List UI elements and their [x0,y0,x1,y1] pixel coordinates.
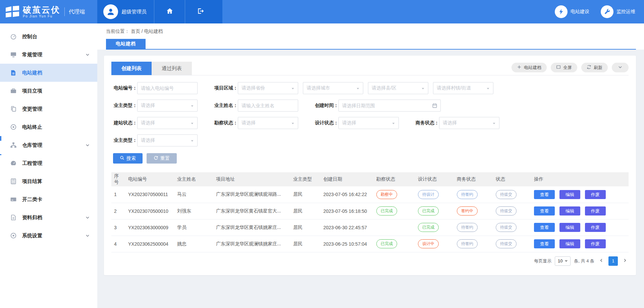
col-created: 创建日期 [321,172,374,186]
chevron-right-icon [623,258,627,264]
refresh-button[interactable]: 刷新 [581,63,608,72]
brand[interactable]: 破茧云伏 Po Jian Yun Fu 代理端 [0,0,97,23]
user-menu[interactable]: 超级管理员 [97,0,154,23]
calendar-icon [432,103,437,108]
caret-down-icon [356,86,360,90]
reset-button[interactable]: 重置 [147,153,177,164]
build-status-select[interactable]: 请选择 [137,117,198,129]
plus-icon [517,65,522,70]
sidebar-item-data-archive[interactable]: 资料归档 [0,208,97,227]
collapse-button[interactable] [612,63,629,72]
town-select[interactable]: 请选择村镇/街道 [433,82,493,94]
page-tab[interactable]: 电站建档 [106,39,146,49]
home-button[interactable] [154,0,185,23]
edit-button[interactable]: 编辑 [559,223,580,232]
caret-down-icon [421,86,425,90]
sidebar-item-warehouse-mgmt[interactable]: 仓库管理 [0,136,97,154]
city-select[interactable]: 请选择城市 [303,82,363,94]
void-button[interactable]: 作废 [585,239,606,248]
sidebar-item-project-settlement[interactable]: 项目结算 [0,172,97,190]
refresh-icon [587,65,591,70]
edit-button[interactable]: 编辑 [559,239,580,248]
void-button[interactable]: 作废 [585,206,606,215]
breadcrumb: 当前位置： 首页 / 电站建档 [106,28,636,35]
fullscreen-icon [556,65,561,70]
scrollbar-indicator[interactable] [0,136,1,141]
sidebar-item-open-type2-card[interactable]: 开二类卡 [0,190,97,208]
edit-button[interactable]: 编辑 [559,190,580,199]
speedometer-icon [10,160,17,167]
logout-button[interactable] [185,0,216,23]
home-icon [166,7,173,16]
survey-status-select[interactable]: 请选择 [238,117,298,129]
sidebar-item-station-filing[interactable]: 电站建档 [0,64,97,82]
next-page-button[interactable] [621,256,629,266]
sidebar-item-label: 系统设置 [22,233,85,239]
filter-row-1: 电站编号： 项目区域： 请选择省份 请选择城市 请选择县/区 请选择村镇/街道 [111,82,629,94]
cell-no: 4 [111,236,125,252]
panel-card: 创建列表 通过列表 电站建档 全屏 刷新 [104,56,636,275]
prev-page-button[interactable] [598,256,605,266]
per-page-value: 10 [558,258,562,263]
owner-type2-select[interactable]: 请选择 [137,134,198,146]
nav-station-build[interactable]: 电站建设 [555,5,589,18]
status-badge: 待提交 [496,239,517,248]
cell-owner: 马云 [174,186,213,203]
breadcrumb-prefix: 当前位置： [106,28,129,34]
col-business: 商务状态 [454,172,493,186]
view-button[interactable]: 查看 [534,190,555,199]
view-button[interactable]: 查看 [534,239,555,248]
void-button[interactable]: 作废 [585,223,606,232]
design-status-select[interactable]: 请选择 [338,117,399,129]
province-select[interactable]: 请选择省份 [238,82,298,94]
col-code: 电站编号 [125,172,174,186]
sidebar-item-label: 变更管理 [22,106,90,112]
chevron-left-icon [599,258,604,264]
county-select[interactable]: 请选择县/区 [368,82,428,94]
pagination: 每页显示 10 条, 共 4 条 1 [111,256,629,266]
void-button[interactable]: 作废 [585,190,606,199]
business-status-select-value: 请选择 [443,120,457,126]
brand-portal-label: 代理端 [64,7,85,16]
sidebar-item-general-mgmt[interactable]: 常规管理 [0,46,97,64]
sidebar-item-station-termination[interactable]: 电站终止 [0,118,97,136]
page-number-button[interactable]: 1 [608,256,618,266]
nav-monitor-ops[interactable]: 监控运维 [601,5,635,18]
caret-down-icon [565,258,568,263]
breadcrumb-path[interactable]: 首页 / 电站建档 [131,28,163,34]
owner-type-select-value: 请选择 [141,103,155,109]
station-code-input[interactable] [137,82,198,94]
create-station-button[interactable]: 电站建档 [512,63,547,72]
survey-status-badge: 已完成 [376,206,397,215]
scrollbar-indicator[interactable] [0,154,1,155]
total-count-label: 条, 共 4 条 [574,258,594,264]
owner-name-input[interactable] [238,100,298,112]
cell-address: 广东深圳龙华区观澜镇观湖路... [213,186,290,203]
table-row: 2 YX2023070500010 刘强东 广东深圳龙华区黄石镇星官大... 居… [111,203,629,219]
owner-type-select[interactable]: 请选择 [137,100,198,112]
sidebar-item-label: 电站建档 [22,70,90,76]
sidebar-item-change-mgmt[interactable]: 变更管理 [0,100,97,118]
business-status-select[interactable]: 请选择 [439,117,499,129]
breadcrumb-band: 当前位置： 首页 / 电站建档 电站建档 [97,23,644,50]
fullscreen-button[interactable]: 全屏 [551,63,577,72]
status-badge: 待提交 [496,190,517,199]
sidebar-item-system-settings[interactable]: 系统设置 [0,227,97,245]
logout-icon [197,7,204,16]
sidebar: 控制台 常规管理 电站建档 项目立项 变更管理 电站终止 仓库管理 工程管理 项… [0,23,97,308]
per-page-select[interactable]: 10 [555,256,571,266]
sidebar-item-console[interactable]: 控制台 [0,27,97,46]
tab-create-list[interactable]: 创建列表 [111,62,152,75]
sidebar-item-engineering-mgmt[interactable]: 工程管理 [0,154,97,172]
filter-row-3: 建站状态： 请选择 勘察状态： 请选择 设计状态： 请选择 商务状态： 请选择 [111,117,629,129]
date-range-field [338,100,441,112]
view-button[interactable]: 查看 [534,206,555,215]
date-range-input[interactable] [338,100,441,112]
view-button[interactable]: 查看 [534,223,555,232]
chevron-down-icon [618,65,623,70]
search-button[interactable]: 搜索 [113,153,143,164]
sidebar-item-project-initiation[interactable]: 项目立项 [0,82,97,100]
edit-button[interactable]: 编辑 [559,206,580,215]
survey-status-select-value: 请选择 [241,120,256,126]
tab-passed-list[interactable]: 通过列表 [152,62,192,75]
